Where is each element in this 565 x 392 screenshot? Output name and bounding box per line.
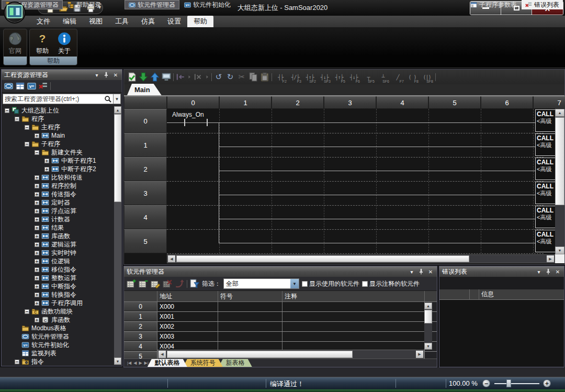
- ribbon-button-关于[interactable]: 关于: [54, 32, 75, 55]
- tree-expander-icon[interactable]: +: [35, 209, 39, 214]
- device-cell-address[interactable]: X002: [157, 322, 218, 331]
- search-icon[interactable]: [104, 95, 111, 103]
- ladder-vscroll-thumb[interactable]: [555, 117, 564, 205]
- checkbox-icon[interactable]: [362, 281, 368, 287]
- menu-tab-仿真[interactable]: 仿真: [135, 16, 161, 27]
- tree-item-结果[interactable]: +结果: [2, 223, 114, 232]
- scroll-right-icon[interactable]: ▶: [416, 351, 423, 358]
- error-list-body[interactable]: [440, 300, 563, 366]
- tree-item-实时时钟[interactable]: +实时时钟: [2, 249, 114, 257]
- device-vscroll-thumb[interactable]: [424, 310, 432, 323]
- ladder-insert-F8[interactable]: ( )F8: [406, 71, 419, 83]
- tree-expander-icon[interactable]: −: [35, 150, 39, 155]
- device-init-icon[interactable]: v=: [27, 82, 36, 91]
- tree-expander-icon[interactable]: +: [35, 284, 39, 289]
- zoom-in-icon[interactable]: +: [543, 379, 551, 387]
- dock-tab-子程序参数表[interactable]: 子程序参数表: [467, 0, 521, 9]
- ladder-insert-F2[interactable]: ┤├F2: [274, 71, 287, 83]
- tree-expander-icon[interactable]: +: [35, 226, 39, 230]
- device-cell-comment[interactable]: [282, 312, 425, 321]
- tree-item-函数功能块[interactable]: −C函数功能块: [2, 307, 114, 316]
- panel-menu-icon[interactable]: ▾: [535, 269, 543, 275]
- device-cell-symbol[interactable]: [218, 332, 282, 341]
- menu-tab-工具[interactable]: 工具: [109, 16, 135, 27]
- scroll-down-icon[interactable]: ▼: [114, 357, 121, 365]
- menu-tab-编辑[interactable]: 编辑: [56, 16, 83, 27]
- device-cell-symbol[interactable]: [218, 312, 282, 321]
- download-icon[interactable]: [139, 72, 148, 82]
- dock-tab-软元件初始化[interactable]: v=软元件初始化: [180, 0, 234, 9]
- filter-combobox[interactable]: 全部▼: [223, 278, 299, 289]
- tree-expander-icon[interactable]: +: [35, 184, 39, 188]
- device-cell-symbol[interactable]: [218, 322, 282, 331]
- checkbox-显示注释的软元件[interactable]: 显示注释的软元件: [362, 279, 420, 288]
- tree-item-逻辑运算[interactable]: +逻辑运算: [2, 240, 114, 249]
- ladder-insert-SF2[interactable]: ┤↑├SF2: [303, 71, 316, 83]
- call-instruction-block[interactable]: CALL<高级: [535, 158, 557, 180]
- tree-item-程序控制[interactable]: +程序控制: [2, 182, 114, 190]
- tree-item-转换指令[interactable]: +转换指令: [2, 290, 114, 299]
- tree-scroll-thumb[interactable]: [114, 114, 121, 202]
- tree-expander-icon[interactable]: +: [35, 200, 39, 205]
- ladder-insert-SF3[interactable]: ┤↓├SF3: [318, 71, 331, 83]
- scroll-up-icon[interactable]: ▲: [555, 109, 564, 117]
- tree-expander-icon[interactable]: +: [35, 267, 39, 272]
- tree-expander-icon[interactable]: +: [44, 159, 49, 163]
- search-input[interactable]: 搜索工程资源管理器(ctrl+;): [3, 94, 114, 104]
- tree-item-库函数[interactable]: +库函数: [2, 232, 114, 240]
- device-cell-comment[interactable]: [282, 322, 425, 331]
- tree-item-指令[interactable]: −指令: [2, 357, 114, 365]
- tree-expander-icon[interactable]: +: [44, 167, 49, 172]
- sheet-nav-icon[interactable]: ▶: [139, 361, 142, 365]
- call-instruction-block[interactable]: CALL<高级: [535, 182, 557, 204]
- tree-expander-icon[interactable]: −: [15, 360, 19, 364]
- filter-icon[interactable]: [190, 279, 199, 288]
- device-cell-comment[interactable]: [282, 302, 425, 311]
- tree-item-整数运算[interactable]: +整数运算: [2, 274, 114, 282]
- tree-item-主程序[interactable]: −主程序: [2, 123, 114, 131]
- tree-expander-icon[interactable]: +: [35, 318, 39, 322]
- device-row-3[interactable]: 3X003: [124, 332, 437, 342]
- tree-item-位逻辑[interactable]: +位逻辑: [2, 257, 114, 265]
- edit-device-icon[interactable]: [151, 279, 160, 288]
- device-manager-icon[interactable]: [4, 82, 13, 91]
- tree-item-Main[interactable]: +Main: [2, 131, 114, 140]
- error-list-icon[interactable]: [39, 82, 48, 91]
- call-instruction-block[interactable]: CALL<高级: [535, 230, 557, 252]
- device-row-2[interactable]: 2X002: [124, 322, 437, 332]
- tree-item-新建文件夹[interactable]: −新建文件夹: [2, 148, 114, 156]
- zoom-out-icon[interactable]: −: [482, 379, 490, 387]
- ladder-insert-SF6[interactable]: ┴SF6: [377, 71, 389, 83]
- device-cell-comment[interactable]: [282, 332, 425, 341]
- sheet-tab-默认表格[interactable]: 默认表格: [148, 359, 187, 367]
- tree-expander-icon[interactable]: +: [35, 133, 39, 138]
- compile-icon[interactable]: [127, 72, 137, 82]
- sheet-nav-icon[interactable]: ▶|: [144, 361, 149, 365]
- redo-icon[interactable]: ↻: [225, 72, 235, 82]
- ladder-grid[interactable]: 01234567012345CALL<高级CALL<高级CALL<高级CALL<…: [124, 96, 564, 264]
- tree-expander-icon[interactable]: +: [35, 276, 39, 281]
- tree-item-子程序[interactable]: −子程序: [2, 140, 114, 148]
- checkbox-显示使用的软元件[interactable]: 显示使用的软元件: [302, 279, 359, 288]
- tree-item-浮点运算[interactable]: +浮点运算: [2, 207, 114, 215]
- ladder-insert-SF5[interactable]: ┬SF5: [362, 71, 375, 83]
- tree-item-大组态新上位[interactable]: −大组态新上位: [2, 106, 114, 115]
- device-cell-address[interactable]: X001: [157, 312, 218, 321]
- remove-device-icon[interactable]: [139, 279, 148, 288]
- tab-main[interactable]: Main: [127, 84, 162, 95]
- zoom-slider-track[interactable]: [494, 383, 539, 384]
- tree-item-比较和传送[interactable]: +比较和传送: [2, 173, 114, 182]
- tree-item-软元件管理器[interactable]: 软元件管理器: [2, 332, 114, 341]
- ribbon-button-帮助[interactable]: ?帮助: [32, 32, 53, 55]
- undo-icon[interactable]: ↺: [214, 72, 223, 82]
- tree-scrollbar[interactable]: ▲ ▼: [114, 106, 121, 365]
- close-panel-icon[interactable]: ✕: [554, 269, 561, 275]
- scroll-up-icon[interactable]: ▲: [114, 106, 121, 114]
- tree-expander-icon[interactable]: +: [35, 217, 39, 222]
- tree-expander-icon[interactable]: +: [35, 234, 39, 239]
- device-cell-symbol[interactable]: [218, 302, 282, 311]
- tree-expander-icon[interactable]: +: [35, 251, 39, 255]
- dock-tab-软元件管理器[interactable]: 软元件管理器: [125, 0, 179, 9]
- panel-menu-icon[interactable]: ▾: [408, 269, 415, 275]
- dock-tab-错误列表[interactable]: 错误列表: [522, 0, 563, 9]
